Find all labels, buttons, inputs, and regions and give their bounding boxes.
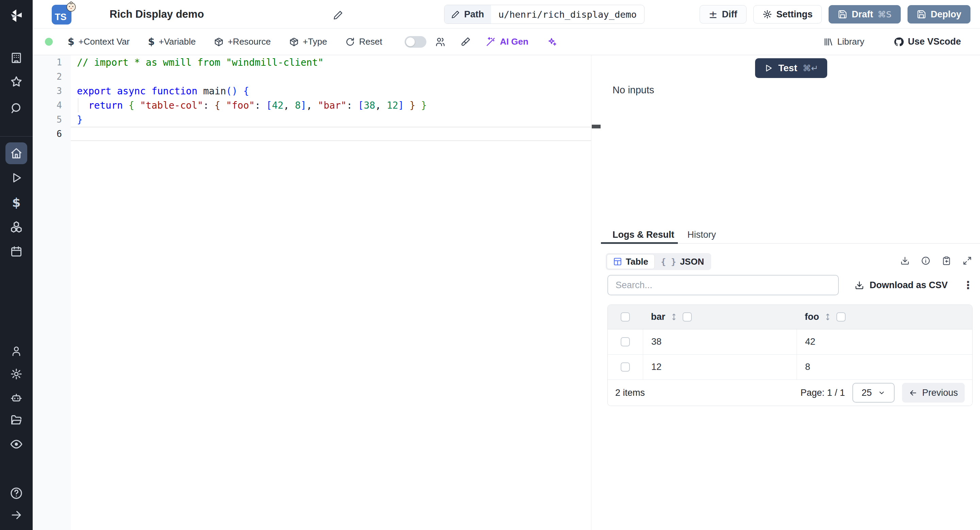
settings-button[interactable]: Settings	[753, 5, 822, 24]
result-table: bar foo 38 42 12 8 2 items Page: 1 / 1	[608, 305, 972, 406]
resources-cubes-icon[interactable]	[10, 220, 23, 233]
sort-icon[interactable]	[824, 313, 832, 321]
favorites-star-icon[interactable]	[10, 75, 23, 88]
refresh-icon	[345, 37, 355, 47]
variables-dollar-icon[interactable]: $	[12, 196, 21, 209]
status-dot	[45, 38, 53, 46]
tab-logs-result[interactable]: Logs & Result	[612, 230, 675, 240]
view-table-button[interactable]: Table	[607, 254, 655, 269]
home-icon[interactable]	[10, 147, 22, 160]
code-line[interactable]: 4 return { "table-col": { "foo": [42, 8]…	[33, 98, 591, 112]
folders-icon[interactable]	[10, 414, 22, 426]
kebab-menu-icon[interactable]: ⋮	[963, 279, 974, 292]
user-icon[interactable]	[11, 345, 22, 357]
table-row[interactable]: 38 42	[608, 329, 972, 354]
code-line[interactable]: 3export async function main() {	[33, 84, 591, 98]
row-checkbox[interactable]	[620, 362, 630, 372]
sort-icon[interactable]	[670, 313, 678, 321]
dollar-icon: $	[148, 36, 154, 47]
code-lines[interactable]: 1// import * as wmill from "windmill-cli…	[33, 55, 591, 141]
workspace-building-icon[interactable]	[10, 52, 22, 64]
reset-button[interactable]: Reset	[345, 37, 382, 47]
ai-gen-button[interactable]: AI Gen	[485, 37, 528, 47]
plus-minus-icon: ±	[709, 8, 718, 21]
settings-gear-icon[interactable]	[10, 368, 22, 380]
add-resource-button[interactable]: +Resource	[214, 37, 270, 47]
add-variable-button[interactable]: $ +Variable	[148, 36, 196, 47]
expand-icon[interactable]	[963, 256, 972, 265]
no-inputs-label: No inputs	[612, 85, 654, 96]
edit-summary-button[interactable]	[331, 8, 346, 22]
table-footer: 2 items Page: 1 / 1 25 Previous	[608, 380, 972, 405]
library-button[interactable]: Library	[824, 37, 864, 47]
code-line[interactable]: 5}	[33, 112, 591, 127]
save-icon	[838, 10, 847, 19]
editor-minimap[interactable]	[591, 55, 601, 530]
users-icon[interactable]	[435, 37, 445, 47]
code-line[interactable]: 6	[33, 127, 591, 141]
add-type-button[interactable]: +Type	[289, 37, 327, 47]
run-result-panel: Test ⌘↵ No inputs Logs & Result History …	[601, 55, 980, 530]
column-filter-checkbox[interactable]	[682, 312, 692, 322]
arrow-left-icon	[909, 389, 917, 397]
diff-mode-toggle[interactable]	[404, 36, 426, 48]
view-json-button[interactable]: { } JSON	[655, 254, 710, 269]
sparkles-icon[interactable]	[547, 37, 557, 47]
use-vscode-button[interactable]: Use VScode	[894, 37, 961, 47]
previous-page-button[interactable]: Previous	[902, 383, 965, 402]
minimap-cursor-marker	[592, 125, 601, 128]
download-icon	[855, 281, 864, 290]
code-line[interactable]: 1// import * as wmill from "windmill-cli…	[33, 55, 591, 69]
expand-arrow-icon[interactable]	[10, 509, 22, 521]
cell-bar: 38	[651, 337, 662, 347]
editor-toolbar: $ +Context Var $ +Variable +Resource +Ty…	[33, 29, 980, 55]
library-icon	[824, 37, 833, 47]
cell-foo: 42	[805, 337, 815, 347]
brush-icon[interactable]	[460, 37, 471, 47]
items-count: 2 items	[615, 388, 645, 398]
tab-history[interactable]: History	[687, 230, 716, 240]
help-icon[interactable]	[10, 487, 23, 500]
code-editor[interactable]: 1// import * as wmill from "windmill-cli…	[33, 55, 601, 530]
draft-button[interactable]: Draft ⌘S	[829, 5, 901, 24]
top-header: TS Rich Display demo Path u/henri/rich_d…	[33, 0, 980, 29]
clipboard-copy-icon[interactable]	[942, 256, 951, 265]
sidebar-divider	[0, 136, 33, 137]
schedules-calendar-icon[interactable]	[10, 245, 22, 257]
windmill-logo[interactable]	[9, 8, 24, 23]
path-pill[interactable]: Path u/henri/rich_display_demo	[444, 5, 644, 24]
add-context-var-button[interactable]: $ +Context Var	[68, 36, 130, 47]
deploy-button[interactable]: Deploy	[907, 5, 970, 24]
info-icon[interactable]	[921, 256, 930, 265]
page-size-select[interactable]: 25	[853, 383, 894, 402]
braces-icon: { }	[661, 257, 676, 267]
test-shortcut: ⌘↵	[803, 63, 818, 73]
result-tabs: Logs & Result History	[601, 225, 980, 244]
page-title: Rich Display demo	[110, 8, 204, 21]
runs-play-icon[interactable]	[10, 172, 22, 184]
table-row[interactable]: 12 8	[608, 354, 972, 380]
path-value[interactable]: u/henri/rich_display_demo	[491, 5, 644, 24]
download-csv-button[interactable]: Download as CSV	[855, 280, 948, 291]
pencil-icon	[451, 10, 460, 19]
diff-button[interactable]: ± Diff	[700, 5, 746, 24]
audit-eye-icon[interactable]	[10, 438, 23, 451]
indent-guide	[78, 98, 78, 112]
download-icon[interactable]	[900, 256, 910, 265]
column-header-foo[interactable]: foo	[805, 312, 819, 322]
row-checkbox[interactable]	[620, 337, 630, 346]
column-filter-checkbox[interactable]	[837, 312, 846, 322]
draft-shortcut: ⌘S	[878, 10, 891, 19]
code-line[interactable]: 2	[33, 69, 591, 84]
dollar-icon: $	[68, 36, 74, 47]
path-edit-button[interactable]: Path	[444, 5, 491, 24]
test-button[interactable]: Test ⌘↵	[755, 58, 827, 78]
select-all-checkbox[interactable]	[620, 312, 630, 322]
play-icon	[764, 64, 773, 73]
gear-icon	[762, 10, 772, 19]
search-icon[interactable]	[10, 102, 23, 115]
workers-robot-icon[interactable]	[10, 392, 22, 404]
search-input[interactable]	[608, 275, 839, 295]
column-header-bar[interactable]: bar	[651, 312, 665, 322]
pencil-icon	[333, 10, 343, 20]
